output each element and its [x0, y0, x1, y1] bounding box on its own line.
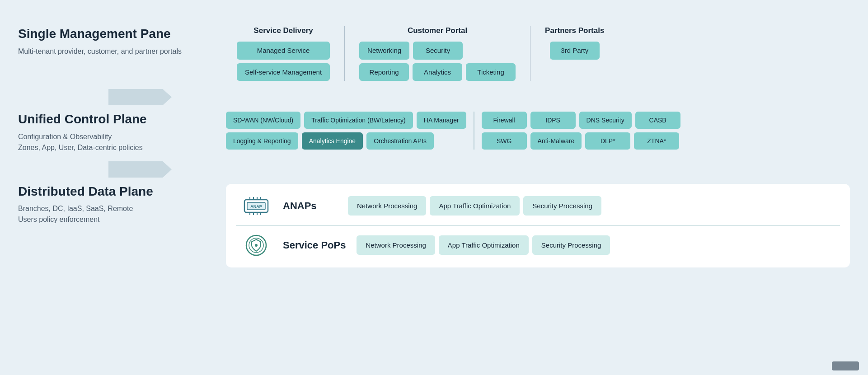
divider-2	[530, 26, 530, 81]
management-portals: Service Delivery Managed Service Self-se…	[226, 26, 850, 81]
dns-security-box: DNS Security	[579, 112, 632, 129]
pops-boxes: Network Processing App Traffic Optimizat…	[357, 235, 835, 255]
section2-description2: Zones, App, User, Data-centric policies	[18, 142, 208, 153]
section1-title: Single Management Pane	[18, 26, 208, 42]
section2-description1: Configuration & Observability	[18, 131, 208, 142]
anap-icon: ANAP	[243, 196, 270, 216]
anaps-security-processing: Security Processing	[523, 196, 601, 216]
section3-description1: Branches, DC, IaaS, SaaS, Remote	[18, 203, 208, 214]
pops-security-processing: Security Processing	[532, 235, 610, 255]
section3-title: Distributed Data Plane	[18, 184, 208, 199]
cp-divider	[474, 112, 474, 150]
svg-marker-1	[108, 161, 172, 178]
third-party-box: 3rd Party	[550, 42, 600, 60]
customer-portal-items: Networking Security Reporting Analytics …	[359, 42, 516, 81]
pops-label: Service PoPs	[283, 239, 346, 251]
service-delivery-items: Managed Service Self-service Management	[237, 42, 330, 81]
section3-content: ANAP ANAPs	[226, 184, 850, 267]
partners-portal-group: Partners Portals 3rd Party	[534, 26, 615, 60]
ticketing-box: Ticketing	[466, 63, 516, 81]
anaps-row: ANAP ANAPs	[240, 195, 835, 217]
idps-box: IDPS	[530, 112, 576, 129]
analytics-box: Analytics	[413, 63, 462, 81]
managed-service-box: Managed Service	[237, 42, 330, 60]
pops-icon	[245, 234, 267, 257]
arrow-divider-2	[18, 161, 850, 178]
anap-icon-wrap: ANAP	[240, 195, 272, 217]
customer-portal-label: Customer Portal	[408, 26, 467, 35]
anti-malware-box: Anti-Malware	[530, 132, 582, 150]
anaps-boxes: Network Processing App Traffic Optimizat…	[348, 196, 835, 216]
customer-portal-row2: Reporting Analytics Ticketing	[359, 63, 516, 81]
arrow-shape-1	[108, 89, 172, 105]
arrow-divider-1	[18, 89, 850, 105]
cp-group1: SD-WAN (NW/Cloud) Traffic Optimization (…	[226, 112, 466, 150]
analytics-engine-box: Analytics Engine	[302, 132, 363, 150]
customer-portal-group: Customer Portal Networking Security Repo…	[348, 26, 526, 81]
arrow-shape-2	[108, 161, 172, 178]
anaps-network-processing: Network Processing	[348, 196, 426, 216]
pops-network-processing: Network Processing	[357, 235, 435, 255]
partners-portal-items: 3rd Party	[550, 42, 600, 60]
anaps-app-traffic: App Traffic Optimization	[430, 196, 520, 216]
dp-row-divider	[236, 225, 840, 226]
section3-description2: Users policy enforcement	[18, 214, 208, 225]
security-box: Security	[413, 42, 463, 60]
cp-row1: SD-WAN (NW/Cloud) Traffic Optimization (…	[226, 112, 466, 129]
traffic-opt-box: Traffic Optimization (BW/Latency)	[304, 112, 413, 129]
ztna-box: ZTNA*	[634, 132, 679, 150]
reporting-box: Reporting	[359, 63, 409, 81]
pops-row: Service PoPs Network Processing App Traf…	[240, 234, 835, 257]
customer-portal-row1: Networking Security	[359, 42, 516, 60]
sdwan-box: SD-WAN (NW/Cloud)	[226, 112, 300, 129]
data-plane-container: ANAP ANAPs	[226, 184, 850, 267]
svg-point-15	[255, 244, 258, 247]
networking-box: Networking	[359, 42, 409, 60]
cp-row3: Firewall IDPS DNS Security CASB	[482, 112, 680, 129]
svg-marker-0	[108, 89, 172, 105]
swg-box: SWG	[482, 132, 527, 150]
logging-box: Logging & Reporting	[226, 132, 298, 150]
svg-text:ANAP: ANAP	[250, 204, 262, 209]
service-delivery-group: Service Delivery Managed Service Self-se…	[226, 26, 341, 81]
anaps-label: ANAPs	[283, 200, 337, 212]
casb-box: CASB	[635, 112, 680, 129]
ha-manager-box: HA Manager	[417, 112, 466, 129]
section2-title: Unified Control Plane	[18, 112, 208, 127]
firewall-box: Firewall	[482, 112, 527, 129]
section1-content: Service Delivery Managed Service Self-se…	[226, 26, 850, 81]
section2-left: Unified Control Plane Configuration & Ob…	[18, 112, 226, 153]
control-plane-grid: SD-WAN (NW/Cloud) Traffic Optimization (…	[226, 112, 850, 150]
service-delivery-label: Service Delivery	[253, 26, 313, 35]
scroll-indicator	[832, 361, 859, 370]
pops-icon-wrap	[240, 234, 272, 257]
section2-content: SD-WAN (NW/Cloud) Traffic Optimization (…	[226, 112, 850, 150]
cp-row4: SWG Anti-Malware DLP* ZTNA*	[482, 132, 680, 150]
section1-left: Single Management Pane Multi-tenant prov…	[18, 26, 226, 57]
pops-app-traffic: App Traffic Optimization	[439, 235, 529, 255]
cp-group2: Firewall IDPS DNS Security CASB SWG Anti…	[482, 112, 680, 150]
orchestration-box: Orchestration APIs	[366, 132, 434, 150]
self-service-box: Self-service Management	[237, 63, 330, 81]
partners-portal-label: Partners Portals	[545, 26, 604, 35]
dlp-box: DLP*	[585, 132, 630, 150]
section1-description: Multi-tenant provider, customer, and par…	[18, 46, 208, 57]
section3-left: Distributed Data Plane Branches, DC, Iaa…	[18, 184, 226, 225]
cp-row2: Logging & Reporting Analytics Engine Orc…	[226, 132, 466, 150]
divider-1	[344, 26, 345, 81]
